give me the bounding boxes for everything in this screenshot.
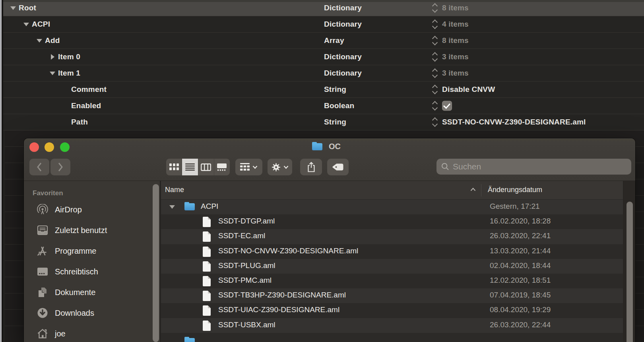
value-stepper-icon[interactable]: [432, 84, 438, 95]
column-divider[interactable]: [481, 184, 481, 196]
plist-value[interactable]: 3 items: [442, 69, 469, 78]
file-row[interactable]: SSDT-EC.aml26.03.2020, 22:41: [161, 229, 623, 244]
plist-row[interactable]: RootDictionary8 items: [0, 0, 644, 16]
file-row[interactable]: SSDT-PMC.aml12.02.2020, 18:51: [161, 274, 623, 288]
forward-button[interactable]: [50, 159, 70, 175]
disclosure-triangle-icon[interactable]: [37, 38, 42, 43]
tag-button[interactable]: [327, 159, 349, 175]
plist-row[interactable]: ACPIDictionary4 items: [0, 16, 644, 33]
grid-view-icon: [169, 163, 179, 171]
file-date: 12.02.2020, 18:51: [490, 276, 551, 285]
folder-row[interactable]: ACPIGestern, 17:21: [161, 200, 623, 214]
plist-type[interactable]: Dictionary: [324, 4, 362, 12]
zoom-button[interactable]: [60, 142, 70, 152]
plist-value[interactable]: 4 items: [442, 20, 469, 29]
boolean-checkbox[interactable]: [442, 101, 452, 111]
value-stepper-icon[interactable]: [432, 35, 438, 46]
chevron-down-icon: [283, 165, 289, 169]
group-by-icon: [240, 163, 250, 171]
action-menu-button[interactable]: [268, 159, 292, 175]
list-scrollbar-thumb[interactable]: [627, 202, 633, 342]
plist-value[interactable]: SSDT-NO-CNVW-Z390-DESIGNARE.aml: [442, 118, 586, 126]
value-stepper-icon[interactable]: [432, 3, 438, 13]
minimize-button[interactable]: [45, 142, 54, 152]
close-button[interactable]: [29, 142, 39, 152]
plist-value[interactable]: Disable CNVW: [442, 85, 495, 94]
folder-row[interactable]: [161, 333, 623, 342]
disclosure-triangle-icon: [63, 103, 68, 109]
sidebar-item-schreibtisch[interactable]: Schreibtisch: [24, 261, 160, 282]
finder-body: Favoriten AirDropZuletzt benutztProgramm…: [24, 181, 635, 342]
file-date: 26.03.2020, 22:41: [490, 231, 551, 240]
column-view-button[interactable]: [198, 159, 214, 175]
plist-value[interactable]: 8 items: [442, 36, 469, 45]
window-title: OC: [329, 142, 341, 151]
column-view-icon: [201, 163, 211, 171]
screen-edge-scrollbar[interactable]: [0, 0, 3, 342]
column-header-name[interactable]: Name: [165, 186, 184, 194]
gallery-view-button[interactable]: [214, 159, 230, 175]
sidebar-item-programme[interactable]: Programme: [24, 241, 160, 261]
file-row[interactable]: SSDT-TB3HP-Z390-DESIGNARE.aml07.04.2019,…: [161, 288, 623, 303]
column-header-date[interactable]: Änderungsdatum: [488, 186, 542, 194]
recents-icon: [37, 225, 48, 236]
file-name: ACPI: [201, 202, 218, 211]
plist-value[interactable]: 3 items: [442, 52, 469, 61]
file-date: 26.03.2020, 22:44: [490, 321, 551, 329]
file-name: SSDT-TB3HP-Z390-DESIGNARE.aml: [218, 291, 346, 299]
file-name: SSDT-NO-CNVW-Z390-DESIGNARE.aml: [218, 247, 358, 255]
plist-value[interactable]: 8 items: [442, 4, 469, 12]
home-icon: [37, 328, 48, 339]
plist-type[interactable]: String: [324, 85, 346, 94]
search-input[interactable]: [453, 162, 627, 171]
value-stepper-icon[interactable]: [432, 68, 438, 78]
plist-row[interactable]: AddArray8 items: [0, 33, 644, 49]
disclosure-triangle-icon[interactable]: [23, 21, 29, 27]
search-field[interactable]: [436, 159, 631, 175]
gallery-view-icon: [217, 163, 227, 171]
sidebar-item-dokumente[interactable]: Dokumente: [24, 282, 160, 303]
sidebar-item-joe[interactable]: joe: [24, 323, 160, 342]
sidebar-item-label: Schreibtisch: [55, 267, 98, 276]
plist-type[interactable]: Dictionary: [324, 20, 362, 29]
value-stepper-icon[interactable]: [432, 117, 438, 127]
share-button[interactable]: [300, 159, 322, 175]
plist-type[interactable]: String: [324, 118, 346, 126]
plist-row[interactable]: Item 1Dictionary3 items: [0, 65, 644, 82]
disclosure-triangle-icon[interactable]: [50, 70, 55, 76]
disclosure-triangle-icon[interactable]: [10, 5, 16, 11]
proxy-folder-icon[interactable]: [312, 143, 322, 150]
file-row[interactable]: SSDT-USBX.aml26.03.2020, 22:44: [161, 318, 623, 333]
plist-row[interactable]: Item 0Dictionary3 items: [0, 49, 644, 65]
sidebar-item-label: joe: [55, 329, 66, 338]
back-button[interactable]: [29, 159, 49, 175]
plist-type[interactable]: Dictionary: [324, 52, 362, 61]
sidebar-scrollbar[interactable]: [153, 184, 159, 342]
group-by-button[interactable]: [235, 159, 262, 175]
sidebar-item-zuletzt-benutzt[interactable]: Zuletzt benutzt: [24, 220, 160, 241]
value-stepper-icon[interactable]: [432, 52, 438, 62]
value-stepper-icon[interactable]: [432, 101, 438, 111]
plist-key: Root: [19, 4, 36, 12]
documents-icon: [37, 287, 48, 298]
plist-type[interactable]: Array: [324, 36, 344, 45]
disclosure-triangle-icon[interactable]: [50, 54, 55, 60]
plist-type[interactable]: Boolean: [324, 101, 354, 110]
sidebar-item-downloads[interactable]: Downloads: [24, 303, 160, 323]
file-row[interactable]: SSDT-PLUG.aml02.04.2020, 18:44: [161, 259, 623, 274]
file-name: SSDT-PLUG.aml: [218, 261, 275, 270]
disclosure-triangle-icon[interactable]: [169, 205, 175, 209]
file-row[interactable]: SSDT-UIAC-Z390-DESIGNARE.aml08.04.2020, …: [161, 303, 623, 318]
icon-view-button[interactable]: [166, 159, 182, 175]
plist-row[interactable]: EnabledBoolean: [0, 98, 644, 114]
plist-key: ACPI: [32, 20, 50, 29]
list-view-button[interactable]: [182, 159, 198, 175]
value-stepper-icon[interactable]: [432, 19, 438, 29]
plist-row[interactable]: CommentStringDisable CNVW: [0, 82, 644, 98]
plist-type[interactable]: Dictionary: [324, 69, 362, 78]
file-row[interactable]: SSDT-DTGP.aml16.02.2020, 18:28: [161, 214, 623, 229]
file-row[interactable]: SSDT-NO-CNVW-Z390-DESIGNARE.aml13.03.202…: [161, 244, 623, 259]
plist-row[interactable]: PathStringSSDT-NO-CNVW-Z390-DESIGNARE.am…: [0, 114, 644, 130]
sidebar-item-airdrop[interactable]: AirDrop: [24, 199, 160, 220]
chevron-right-icon: [57, 162, 64, 172]
